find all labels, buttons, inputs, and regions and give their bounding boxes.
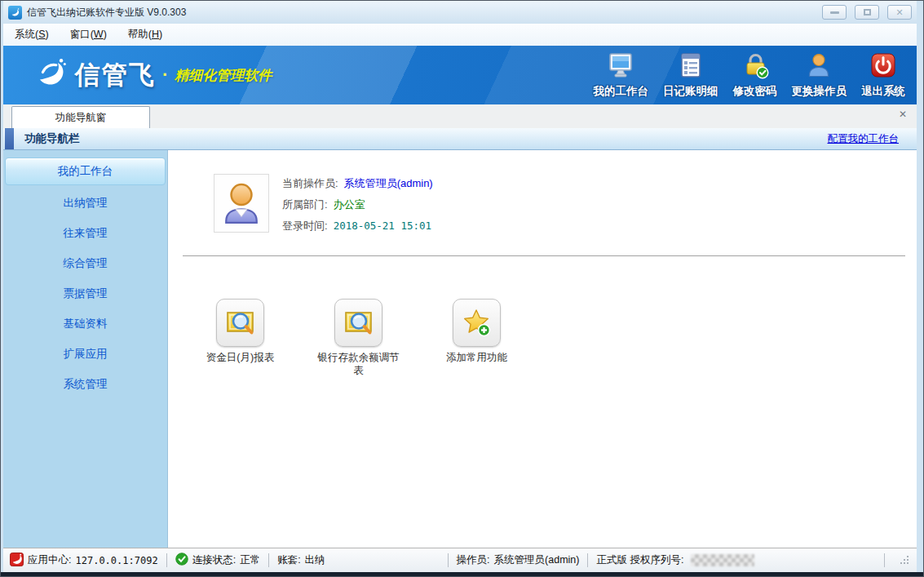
close-button[interactable]: ✕ [887, 5, 912, 20]
license-serial-redacted [691, 554, 754, 566]
operator-row: 当前操作员: 系统管理员(admin) [282, 176, 433, 191]
operator-icon [805, 51, 833, 82]
status-separator [268, 553, 269, 567]
sidebar-item-extended-apps[interactable]: 扩展应用 [3, 339, 167, 369]
window-title: 信管飞出纳记账软件专业版 V9.0.303 [27, 6, 814, 20]
resize-grip[interactable] [900, 555, 910, 566]
brand-name: 信管飞 [75, 58, 156, 92]
menu-system[interactable]: 系统(S) [15, 28, 49, 42]
sidebar: 我的工作台 出纳管理 往来管理 综合管理 票据管理 基础资料 扩展应用 系统管理 [3, 150, 168, 548]
operator-status: 操作员: 系统管理员(admin) [457, 553, 580, 567]
connection-value: 正常 [240, 553, 260, 567]
avatar [214, 174, 269, 233]
status-bar: 应用中心: 127.0.0.1:7092 连接状态: 正常 账套: 出纳 操作员… [3, 548, 917, 572]
nav-title: 功能导航栏 [24, 131, 80, 146]
account-set-status: 账套: 出纳 [277, 553, 325, 567]
sidebar-item-contacts-management[interactable]: 往来管理 [3, 218, 167, 248]
status-operator-label: 操作员: [457, 553, 490, 567]
configure-workbench-link[interactable]: 配置我的工作台 [828, 132, 900, 146]
tab-function-navigation[interactable]: 功能导航窗 [11, 106, 150, 128]
report-search-icon [216, 299, 264, 347]
brand: 信管飞 · 精细化管理软件 [33, 55, 272, 95]
content-divider [183, 255, 905, 256]
close-icon: ✕ [895, 8, 903, 17]
brand-separator: · [162, 64, 168, 86]
journal-icon [677, 51, 705, 82]
brand-tagline: 精细化管理软件 [175, 66, 272, 85]
check-circle-icon [175, 553, 188, 568]
status-separator [448, 553, 449, 567]
sidebar-item-comprehensive-management[interactable]: 综合管理 [3, 248, 167, 278]
banner-header: 信管飞 · 精细化管理软件 我的工作台 日记账明细 修改密码 [3, 46, 917, 104]
login-time-value: 2018-05-21 15:01 [334, 220, 431, 232]
user-avatar-icon [221, 182, 262, 224]
tab-strip: 功能导航窗 ✕ [3, 104, 917, 128]
power-icon [869, 51, 897, 82]
lock-check-icon [741, 51, 769, 82]
connection-status: 连接状态: 正常 [175, 553, 260, 568]
monitor-icon [607, 51, 634, 82]
operator-label: 当前操作员: [282, 176, 338, 191]
maximize-button[interactable] [855, 5, 879, 20]
sidebar-item-my-workbench[interactable]: 我的工作台 [5, 158, 166, 185]
license-label: 正式版 授权序列号: [596, 553, 683, 567]
status-separator [587, 553, 588, 567]
maximize-icon [864, 9, 871, 16]
brand-swoosh-icon [33, 55, 69, 95]
login-time-label: 登录时间: [282, 219, 328, 233]
menu-bar: 系统(S) 窗口(W) 帮助(H) [3, 24, 917, 46]
department-label: 所属部门: [282, 198, 328, 212]
toolbar-my-workbench-button[interactable]: 我的工作台 [594, 51, 649, 99]
nav-accent-bar [5, 128, 14, 149]
status-separator [884, 553, 885, 567]
shortcuts-row: 资金日(月)报表 银行存款余额调节表 添加常用功能 [181, 299, 917, 377]
toolbar-journal-detail-button[interactable]: 日记账明细 [663, 51, 718, 99]
sidebar-item-cashier-management[interactable]: 出纳管理 [3, 188, 167, 218]
operator-value: 系统管理员(admin) [344, 176, 433, 191]
connection-label: 连接状态: [192, 553, 236, 567]
nav-header: 功能导航栏 配置我的工作台 [3, 128, 917, 150]
shortcut-fund-daily-monthly-report[interactable]: 资金日(月)报表 [181, 299, 299, 377]
toolbar-switch-operator-button[interactable]: 更换操作员 [792, 51, 847, 99]
app-logo-red-icon [10, 553, 24, 569]
sidebar-item-system-management[interactable]: 系统管理 [3, 369, 167, 399]
app-logo-icon [8, 6, 22, 20]
report-search-icon [334, 299, 382, 347]
sidebar-item-basic-data[interactable]: 基础资料 [3, 308, 167, 339]
app-center-value: 127.0.0.1:7092 [75, 555, 157, 566]
department-row: 所属部门: 办公室 [282, 198, 433, 212]
department-value: 办公室 [334, 198, 365, 212]
app-center-status: 应用中心: 127.0.0.1:7092 [10, 553, 158, 569]
window-frame-bottom [1, 572, 923, 576]
toolbar-exit-system-button[interactable]: 退出系统 [861, 51, 905, 99]
app-window: 信管飞出纳记账软件专业版 V9.0.303 ✕ 系统(S) 窗口(W) 帮助(H… [0, 0, 924, 577]
toolbar-change-password-button[interactable]: 修改密码 [733, 51, 777, 99]
status-separator [166, 553, 167, 567]
menu-window[interactable]: 窗口(W) [70, 28, 107, 42]
shortcut-bank-reconciliation[interactable]: 银行存款余额调节表 [299, 299, 418, 377]
menu-help[interactable]: 帮助(H) [128, 28, 162, 42]
header-toolbar: 我的工作台 日记账明细 修改密码 更换操作员 [594, 51, 917, 99]
app-center-label: 应用中心: [28, 553, 71, 567]
status-operator-value: 系统管理员(admin) [494, 553, 580, 567]
user-panel: 当前操作员: 系统管理员(admin) 所属部门: 办公室 登录时间: 2018… [214, 174, 917, 233]
license-status: 正式版 授权序列号: [596, 553, 754, 567]
tab-close-icon[interactable]: ✕ [899, 109, 907, 119]
minimize-icon [830, 11, 839, 14]
minimize-button[interactable] [822, 5, 847, 20]
star-add-icon [453, 299, 501, 347]
account-set-label: 账套: [277, 553, 300, 567]
body-row: 我的工作台 出纳管理 往来管理 综合管理 票据管理 基础资料 扩展应用 系统管理 [3, 150, 917, 548]
login-time-row: 登录时间: 2018-05-21 15:01 [282, 219, 433, 233]
account-set-value: 出纳 [305, 553, 325, 567]
user-info: 当前操作员: 系统管理员(admin) 所属部门: 办公室 登录时间: 2018… [282, 174, 433, 233]
sidebar-item-bill-management[interactable]: 票据管理 [3, 278, 167, 308]
title-bar: 信管飞出纳记账软件专业版 V9.0.303 ✕ [3, 1, 917, 24]
shortcut-add-common-function[interactable]: 添加常用功能 [418, 299, 536, 377]
main-content: 当前操作员: 系统管理员(admin) 所属部门: 办公室 登录时间: 2018… [168, 150, 917, 548]
